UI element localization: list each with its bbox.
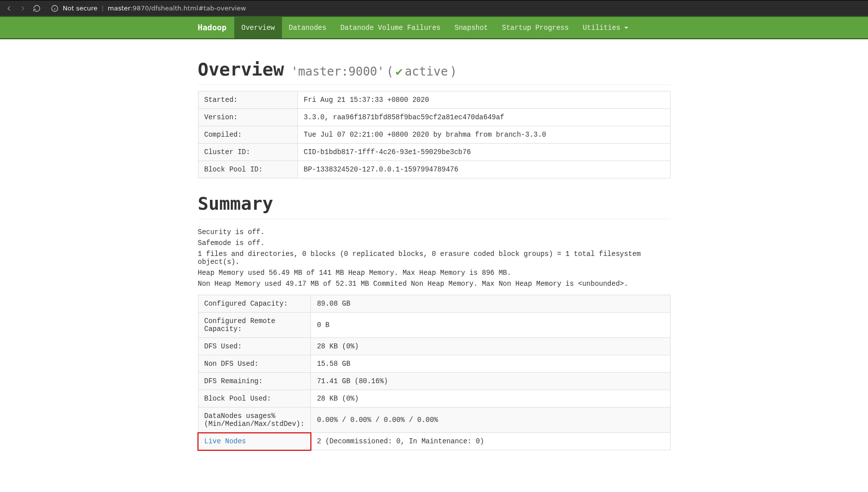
url-text: master:9870/dfshealth.html#tab-overview [108,4,246,12]
nav-item-startup-progress[interactable]: Startup Progress [495,17,576,38]
row-value: CID-b1bdb817-1fff-4c26-93e1-59029be3cb76 [297,144,670,161]
url-separator: | [101,4,103,12]
table-row: Live Nodes2 (Decommissioned: 0, In Maint… [198,433,670,450]
row-key: DFS Remaining: [198,373,311,390]
page-title: Overview 'master:9000' (✔active) [198,59,671,85]
table-row: Configured Capacity:89.08 GB [198,295,670,313]
table-row: Block Pool ID:BP-1338324520-127.0.0.1-15… [198,161,670,178]
row-value: BP-1338324520-127.0.0.1-1597994789476 [297,161,670,178]
summary-text-block: Security is off.Safemode is off.1 files … [198,228,671,288]
page-title-text: Overview [198,59,284,80]
row-value: 2 (Decommissioned: 0, In Maintenance: 0) [311,433,670,450]
table-row: Cluster ID:CID-b1bdb817-1fff-4c26-93e1-5… [198,144,670,161]
table-row: Non DFS Used:15.58 GB [198,355,670,373]
table-row: Configured Remote Capacity:0 B [198,313,670,338]
table-row: DFS Remaining:71.41 GB (80.16%) [198,373,670,390]
info-icon [51,4,59,12]
host-label: 'master:9000' [291,65,385,79]
row-key: Non DFS Used: [198,355,311,373]
row-key: Configured Remote Capacity: [198,313,311,338]
status-text: active [405,65,448,79]
row-key: DataNodes usages% (Min/Median/Max/stdDev… [198,408,311,433]
back-icon[interactable] [5,4,13,12]
chevron-down-icon [624,27,628,29]
main-nav: Hadoop OverviewDatanodesDatanode Volume … [0,16,868,39]
table-row: Version:3.3.0, raa96f1871bfd858f9bac59cf… [198,109,670,126]
row-key: Block Pool Used: [198,390,311,408]
nav-item-datanodes[interactable]: Datanodes [282,17,334,38]
table-row: DFS Used:28 KB (0%) [198,338,670,355]
forward-icon[interactable] [19,4,27,12]
row-value: 89.08 GB [311,295,670,313]
row-value: 15.58 GB [311,355,670,373]
row-key: Compiled: [198,126,297,144]
nav-item-overview[interactable]: Overview [234,17,282,38]
row-key: DFS Used: [198,338,311,355]
summary-line: Heap Memory used 56.49 MB of 141 MB Heap… [198,269,671,277]
row-value: Tue Jul 07 02:21:00 +0800 2020 by brahma… [297,126,670,144]
row-value: Fri Aug 21 15:37:33 +0800 2020 [297,91,670,109]
check-icon: ✔ [395,65,402,79]
row-key[interactable]: Live Nodes [198,433,311,450]
row-key: Block Pool ID: [198,161,297,178]
brand[interactable]: Hadoop [198,17,235,38]
summary-line: Non Heap Memory used 49.17 MB of 52.31 M… [198,280,671,288]
nav-item-datanode-volume-failures[interactable]: Datanode Volume Failures [333,17,448,38]
row-value: 28 KB (0%) [311,338,670,355]
row-value: 0.00% / 0.00% / 0.00% / 0.00% [311,408,670,433]
table-row: Block Pool Used:28 KB (0%) [198,390,670,408]
browser-chrome: Not secure | master:9870/dfshealth.html#… [0,0,868,16]
nav-item-utilities[interactable]: Utilities [576,17,635,38]
security-label: Not secure [63,4,97,12]
row-key: Configured Capacity: [198,295,311,313]
summary-line: Security is off. [198,228,671,236]
summary-title: Summary [198,193,671,219]
row-key: Cluster ID: [198,144,297,161]
live-nodes-link[interactable]: Live Nodes [204,437,246,445]
nav-item-snapshot[interactable]: Snapshot [448,17,495,38]
row-value: 28 KB (0%) [311,390,670,408]
row-value: 0 B [311,313,670,338]
reload-icon[interactable] [33,4,41,12]
table-row: DataNodes usages% (Min/Median/Max/stdDev… [198,408,670,433]
table-row: Started:Fri Aug 21 15:37:33 +0800 2020 [198,91,670,109]
row-value: 71.41 GB (80.16%) [311,373,670,390]
overview-table: Started:Fri Aug 21 15:37:33 +0800 2020Ve… [198,91,671,178]
summary-line: 1 files and directories, 0 blocks (0 rep… [198,250,671,266]
table-row: Compiled:Tue Jul 07 02:21:00 +0800 2020 … [198,126,670,144]
row-key: Version: [198,109,297,126]
summary-line: Safemode is off. [198,239,671,247]
row-key: Started: [198,91,297,109]
url-bar[interactable]: Not secure | master:9870/dfshealth.html#… [47,4,863,12]
summary-table: Configured Capacity:89.08 GBConfigured R… [198,295,671,450]
row-value: 3.3.0, raa96f1871bfd858f9bac59cf2a81ec47… [297,109,670,126]
